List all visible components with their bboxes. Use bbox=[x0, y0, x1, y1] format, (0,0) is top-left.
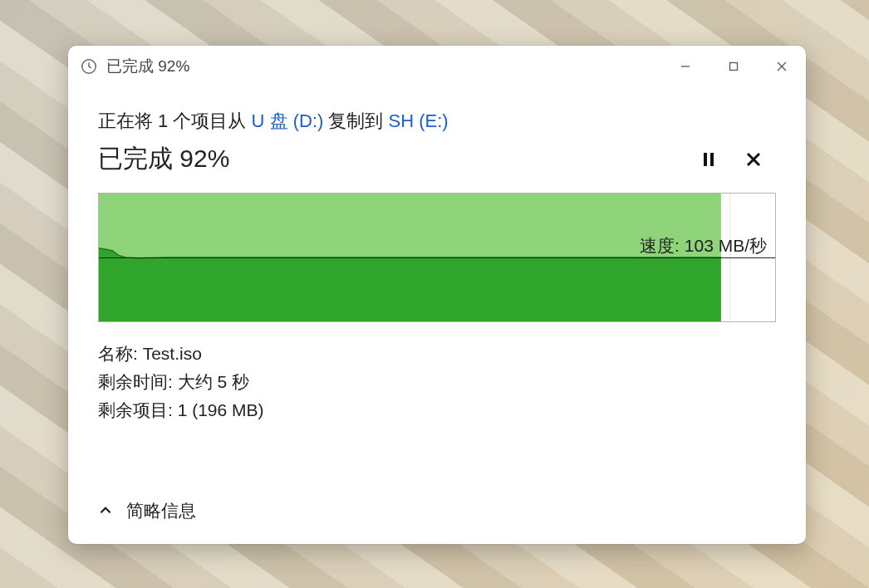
speed-label: 速度: 103 MB/秒 bbox=[638, 234, 768, 257]
progress-row: 已完成 92% bbox=[98, 142, 776, 176]
minimize-button[interactable] bbox=[661, 46, 709, 87]
details-block: 名称: Test.iso 剩余时间: 大约 5 秒 剩余项目: 1 (196 M… bbox=[98, 342, 776, 427]
detail-time-label: 剩余时间: bbox=[98, 372, 178, 391]
toggle-details-label: 简略信息 bbox=[126, 499, 196, 522]
copy-mid: 复制到 bbox=[323, 110, 388, 131]
detail-items: 剩余项目: 1 (196 MB) bbox=[98, 399, 776, 422]
detail-items-label: 剩余项目: bbox=[98, 400, 178, 419]
speed-reference-line bbox=[99, 257, 775, 258]
svg-rect-1 bbox=[730, 63, 738, 71]
toggle-details-button[interactable]: 简略信息 bbox=[98, 481, 776, 544]
detail-time: 剩余时间: 大约 5 秒 bbox=[98, 370, 776, 394]
svg-rect-2 bbox=[704, 153, 707, 166]
close-button[interactable] bbox=[758, 46, 806, 87]
chevron-up-icon bbox=[98, 503, 113, 518]
window-controls bbox=[661, 46, 806, 87]
svg-rect-3 bbox=[710, 153, 714, 166]
cancel-button[interactable] bbox=[743, 149, 764, 170]
detail-time-value: 大约 5 秒 bbox=[178, 372, 249, 391]
dialog-body: 正在将 1 个项目从 U 盘 (D:) 复制到 SH (E:) 已完成 92% … bbox=[68, 87, 806, 544]
speed-chart: 速度: 103 MB/秒 bbox=[98, 193, 776, 322]
window-title: 已完成 92% bbox=[106, 56, 189, 77]
detail-name-value: Test.iso bbox=[143, 344, 202, 363]
progress-actions bbox=[698, 149, 776, 170]
maximize-button[interactable] bbox=[709, 46, 758, 87]
pause-button[interactable] bbox=[698, 149, 719, 170]
copy-description: 正在将 1 个项目从 U 盘 (D:) 复制到 SH (E:) bbox=[98, 109, 776, 134]
detail-name-label: 名称: bbox=[98, 344, 143, 363]
detail-name: 名称: Test.iso bbox=[98, 342, 776, 365]
detail-items-value: 1 (196 MB) bbox=[178, 400, 264, 419]
desktop-wallpaper: 已完成 92% 正在将 1 个项目从 U 盘 (D:) 复制到 SH (E:) … bbox=[0, 0, 869, 588]
source-drive-link[interactable]: U 盘 (D:) bbox=[252, 110, 324, 131]
clock-icon bbox=[80, 57, 98, 76]
dest-drive-link[interactable]: SH (E:) bbox=[389, 110, 449, 131]
progress-text: 已完成 92% bbox=[98, 142, 698, 176]
copy-prefix: 正在将 1 个项目从 bbox=[98, 110, 252, 131]
titlebar: 已完成 92% bbox=[68, 46, 806, 87]
copy-progress-dialog: 已完成 92% 正在将 1 个项目从 U 盘 (D:) 复制到 SH (E:) … bbox=[68, 46, 806, 544]
